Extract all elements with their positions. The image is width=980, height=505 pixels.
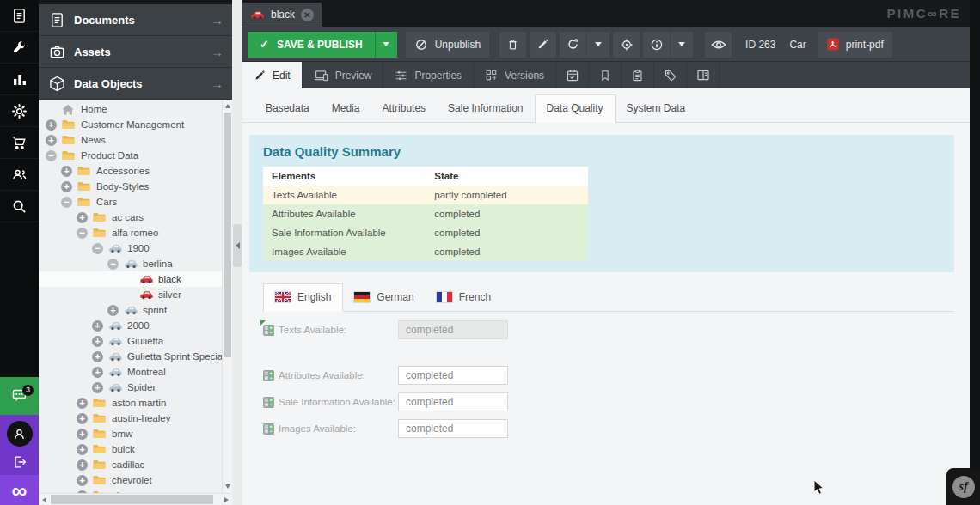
tree-item-buick[interactable]: +buick	[39, 441, 232, 457]
tree-item-black[interactable]: black	[39, 271, 232, 287]
accordion-assets[interactable]: Assets →	[39, 36, 232, 68]
tree-item-sprint[interactable]: +sprint	[39, 302, 232, 318]
expander-minus-icon[interactable]: −	[107, 259, 119, 270]
unpublish-button[interactable]: Unpublish	[406, 32, 489, 58]
scroll-thumb[interactable]	[224, 113, 231, 357]
tree-horizontal-scrollbar[interactable]	[39, 493, 232, 505]
open-documentation-button[interactable]	[687, 62, 720, 88]
field-input-sale-information-available[interactable]: completed	[398, 392, 508, 411]
expander-plus-icon[interactable]: +	[77, 398, 88, 409]
tree-item-ac-cars[interactable]: +ac cars	[39, 210, 232, 225]
scroll-thumb[interactable]	[51, 495, 213, 504]
expander-plus-icon[interactable]: +	[61, 166, 72, 177]
expander-minus-icon[interactable]: −	[46, 150, 57, 161]
tree-item-silver[interactable]: silver	[39, 287, 232, 302]
search-icon[interactable]	[0, 191, 39, 222]
expander-plus-icon[interactable]: +	[92, 320, 103, 332]
language-tab-french[interactable]: French	[426, 284, 502, 311]
rename-button[interactable]	[530, 32, 556, 58]
expander-minus-icon[interactable]: −	[77, 228, 88, 239]
user-avatar[interactable]	[7, 421, 33, 447]
expander-plus-icon[interactable]: +	[77, 429, 88, 440]
tree-item-bmw[interactable]: +bmw	[39, 426, 232, 441]
tab-versions[interactable]: Versions	[474, 62, 556, 88]
tree-item-austin-healey[interactable]: +austin-healey	[39, 411, 232, 426]
tab-sale-information[interactable]: Sale Information	[437, 95, 534, 122]
schedule-button[interactable]	[556, 62, 589, 88]
accordion-documents[interactable]: Documents →	[39, 4, 232, 36]
expander-plus-icon[interactable]: +	[77, 475, 88, 486]
tree-vertical-scrollbar[interactable]	[222, 100, 232, 493]
print-pdf-button[interactable]: print-pdf	[818, 32, 892, 58]
expander-plus-icon[interactable]: +	[61, 181, 72, 192]
expander-plus-icon[interactable]: +	[77, 459, 88, 471]
tab-properties[interactable]: Properties	[383, 62, 474, 88]
tab-edit[interactable]: Edit	[242, 62, 303, 88]
expander-plus-icon[interactable]: +	[92, 336, 103, 347]
locate-in-tree-button[interactable]	[613, 32, 640, 58]
tree-item-cars[interactable]: −Cars	[39, 194, 232, 210]
expander-plus-icon[interactable]: +	[46, 135, 57, 146]
tab-preview[interactable]: Preview	[303, 62, 384, 88]
info-options-caret[interactable]	[671, 32, 693, 58]
accordion-data-objects[interactable]: Data Objects →	[39, 68, 232, 100]
tree-item-news[interactable]: +News	[39, 132, 232, 148]
tags-button[interactable]	[654, 62, 687, 88]
tree-item-product-data[interactable]: −Product Data	[39, 148, 232, 163]
scroll-left-arrow[interactable]	[42, 497, 46, 502]
tree-item-body-styles[interactable]: +Body-Styles	[39, 179, 232, 194]
open-object-tab-black[interactable]: black ✕	[242, 3, 322, 27]
tree-item-gulietta-sprint-specia[interactable]: +Gulietta Sprint Specia	[39, 349, 232, 364]
notes-button[interactable]	[589, 62, 622, 88]
info-button[interactable]	[643, 32, 670, 58]
tree-item-home[interactable]: Home	[39, 101, 232, 117]
tab-attributes[interactable]: Attributes	[371, 95, 437, 122]
field-input-images-available[interactable]: completed	[398, 419, 508, 438]
expander-plus-icon[interactable]: +	[46, 119, 57, 131]
tree-item-accessories[interactable]: +Accessories	[39, 163, 232, 179]
expander-plus-icon[interactable]: +	[77, 212, 88, 223]
tab-data-quality[interactable]: Data Quality	[535, 94, 616, 123]
field-input-attributes-available[interactable]: completed	[398, 366, 508, 385]
tree-item-spider[interactable]: +Spider	[39, 380, 232, 395]
notifications-chat-button[interactable]: 3	[0, 377, 39, 415]
language-tab-german[interactable]: German	[343, 284, 425, 311]
cart-icon[interactable]	[0, 127, 39, 159]
tree-item-giulietta[interactable]: +Giulietta	[39, 333, 232, 349]
expander-plus-icon[interactable]: +	[92, 382, 103, 393]
tree-item-cadillac[interactable]: +cadillac	[39, 457, 232, 472]
expander-plus-icon[interactable]: +	[77, 413, 88, 424]
reports-button[interactable]	[622, 62, 654, 88]
panel-splitter[interactable]	[232, 0, 242, 505]
close-tab-icon[interactable]: ✕	[301, 9, 314, 21]
scroll-up-arrow[interactable]	[225, 104, 230, 108]
save-options-caret[interactable]	[375, 32, 397, 58]
tab-basedata[interactable]: Basedata	[254, 95, 321, 122]
tree-item-2000[interactable]: +2000	[39, 318, 232, 333]
documents-rail-icon[interactable]	[0, 0, 39, 32]
reload-button[interactable]	[560, 32, 586, 58]
symfony-profiler-button[interactable]: sf	[946, 468, 980, 505]
customers-icon[interactable]	[0, 159, 39, 191]
delete-button[interactable]	[499, 32, 526, 58]
scroll-down-arrow[interactable]	[225, 484, 230, 489]
expander-plus-icon[interactable]: +	[92, 367, 103, 378]
collapse-tree-handle[interactable]	[233, 224, 242, 267]
expander-plus-icon[interactable]: +	[77, 444, 88, 455]
tree-item-alfa-romeo[interactable]: −alfa romeo	[39, 225, 232, 240]
scroll-right-arrow[interactable]	[224, 497, 229, 502]
tree-item-chevrolet[interactable]: +chevrolet	[39, 472, 232, 488]
save-publish-button[interactable]: ✓ SAVE & PUBLISH	[248, 32, 375, 58]
language-tab-english[interactable]: English	[263, 283, 343, 312]
tree-item-montreal[interactable]: +Montreal	[39, 364, 232, 380]
gear-icon[interactable]	[0, 95, 39, 127]
expander-minus-icon[interactable]: −	[92, 243, 103, 254]
reports-chart-icon[interactable]	[0, 64, 39, 95]
tree-item-customer-management[interactable]: +Customer Management	[39, 117, 232, 132]
open-preview-button[interactable]	[705, 32, 732, 58]
logout-icon[interactable]	[12, 454, 28, 470]
expander-minus-icon[interactable]: −	[61, 197, 72, 208]
expander-plus-icon[interactable]: +	[92, 351, 103, 362]
expander-plus-icon[interactable]: +	[107, 305, 119, 316]
tree-item-aston-martin[interactable]: +aston martin	[39, 395, 232, 411]
